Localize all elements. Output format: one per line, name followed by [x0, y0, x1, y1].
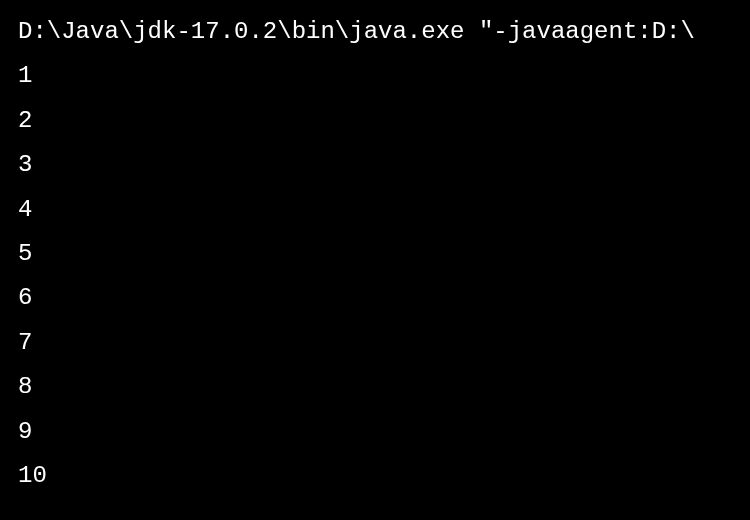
console-output-line: 1 — [18, 54, 732, 98]
console-output-line: 4 — [18, 188, 732, 232]
console-output-line: 9 — [18, 410, 732, 454]
console-command-line: D:\Java\jdk-17.0.2\bin\java.exe "-javaag… — [18, 10, 732, 54]
console-output-line: 3 — [18, 143, 732, 187]
console-output: 12345678910 — [18, 54, 732, 498]
console-output-line: 10 — [18, 454, 732, 498]
console-output-line: 7 — [18, 321, 732, 365]
console-output-line: 6 — [18, 276, 732, 320]
console-output-line: 8 — [18, 365, 732, 409]
console-output-line: 5 — [18, 232, 732, 276]
console-output-line: 2 — [18, 99, 732, 143]
